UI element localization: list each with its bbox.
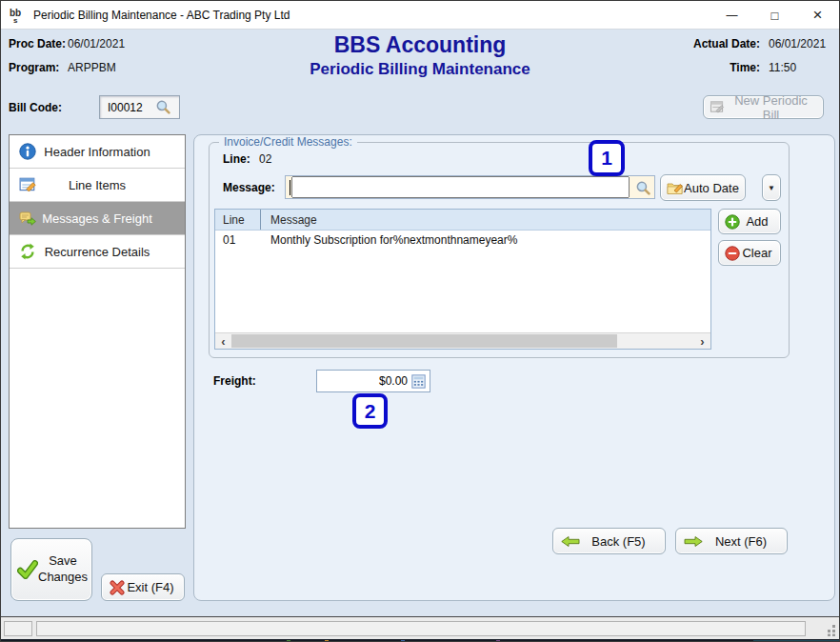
line-label: Line: [223,152,250,166]
cell-message: Monthly Subscription for%nextmonthnameye… [261,233,517,247]
column-header-message[interactable]: Message [261,213,317,227]
actual-date-label: Actual Date: [677,37,760,50]
time-value: 11:50 [769,61,796,74]
new-periodic-bill-label: New Periodic Bill [725,93,817,122]
resize-grip[interactable] [825,625,836,636]
table-header: Line Message [215,210,710,231]
svg-text:s: s [13,16,18,24]
column-header-line[interactable]: Line [215,210,261,230]
arrow-left-icon [561,535,580,548]
status-panel-long [36,621,806,636]
annotation-marker-2: 2 [352,393,388,429]
group-title: Invoice/Credit Messages: [219,135,357,149]
freight-input[interactable] [321,374,411,388]
add-icon [725,214,740,230]
invoice-credit-messages-group: Invoice/Credit Messages: Line: 02 Messag… [209,142,790,358]
app-window: bb s Periodic Billing Maintenance - ABC … [0,0,840,642]
message-label: Message: [223,181,275,194]
maximize-button[interactable]: □ [753,1,796,30]
annotation-marker-1: 1 [589,140,625,176]
bbs-logo-icon: bb s [9,7,26,24]
sidebar: Header Information Line Items Messages &… [9,134,186,529]
save-changes-label: Save Changes [38,553,88,586]
cell-line: 01 [215,233,261,247]
add-button[interactable]: Add [718,209,781,234]
search-icon[interactable] [635,180,651,196]
calculator-icon[interactable] [411,374,426,389]
time-label: Time: [677,61,760,74]
folder-pencil-icon [667,180,684,195]
main-panel: Invoice/Credit Messages: Line: 02 Messag… [193,134,835,601]
sidebar-item-line-items[interactable]: Line Items [10,169,185,202]
clear-button[interactable]: Clear [718,240,781,266]
checkmark-icon [17,560,38,579]
back-label: Back (F5) [580,534,657,549]
x-icon [110,580,125,595]
clear-label: Clear [740,246,774,260]
add-label: Add [740,214,774,229]
next-label: Next (F6) [703,534,779,549]
auto-date-button[interactable]: Auto Date [660,174,746,201]
bill-code-input[interactable] [100,101,155,114]
search-icon[interactable] [155,99,171,115]
horizontal-scrollbar[interactable]: ‹ › [215,332,710,349]
new-periodic-bill-button[interactable]: New Periodic Bill [703,95,824,119]
bill-code-field[interactable] [99,95,180,119]
message-input[interactable] [291,176,630,198]
scroll-right-icon[interactable]: › [694,333,710,349]
close-button[interactable]: × [796,1,839,30]
message-arrow-icon [19,210,36,227]
sidebar-item-header-information[interactable]: Header Information [10,135,185,169]
save-changes-button[interactable]: Save Changes [10,538,92,601]
freight-label: Freight: [213,374,256,388]
next-button[interactable]: Next (F6) [675,528,788,554]
window-title: Periodic Billing Maintenance - ABC Tradi… [33,9,290,22]
status-bar [1,616,839,639]
bill-code-label: Bill Code: [9,101,62,114]
sidebar-item-recurrence-details[interactable]: Recurrence Details [10,235,185,269]
freight-field[interactable] [316,370,430,392]
line-value: 02 [259,152,271,166]
exit-label: Exit (F4) [125,580,176,594]
message-field[interactable] [285,175,655,199]
arrow-right-icon [684,535,703,548]
sidebar-item-messages-freight[interactable]: Messages & Freight [10,202,185,235]
clear-icon [725,246,740,261]
auto-date-label: Auto Date [684,181,739,195]
back-button[interactable]: Back (F5) [552,528,666,554]
exit-button[interactable]: Exit (F4) [101,573,185,601]
scroll-left-icon[interactable]: ‹ [215,333,231,349]
status-panel-small [4,621,32,636]
table-row[interactable]: 01 Monthly Subscription for%nextmonthnam… [215,231,710,250]
scrollbar-thumb[interactable] [231,334,617,348]
info-icon [19,143,36,160]
titlebar: bb s Periodic Billing Maintenance - ABC … [1,1,839,30]
recurrence-icon [19,243,36,260]
actual-date-value: 06/01/2021 [769,37,826,50]
new-bill-icon [710,100,725,114]
auto-date-dropdown-button[interactable]: ▼ [762,174,781,201]
messages-table[interactable]: Line Message 01 Monthly Subscription for… [214,209,711,350]
text-caret [290,180,290,195]
minimize-button[interactable]: — [710,1,753,30]
chevron-down-icon: ▼ [768,184,775,192]
form-edit-icon [19,176,36,193]
